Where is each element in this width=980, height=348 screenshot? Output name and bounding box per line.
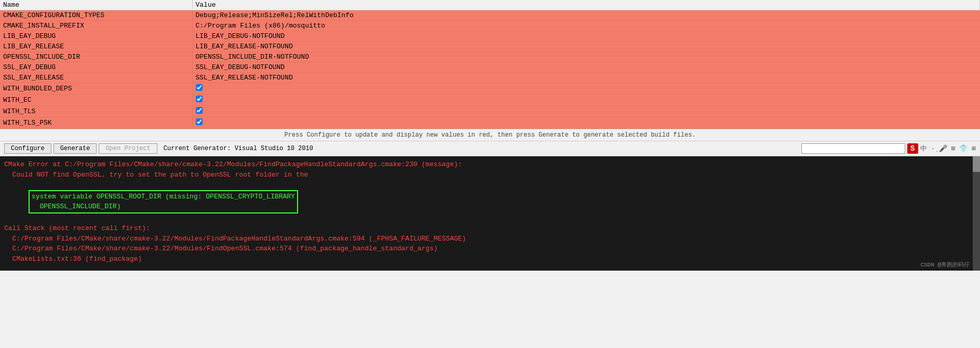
toolbar: Configure Generate Open Project Current …	[0, 141, 980, 156]
checkbox-WITH_TLS[interactable]	[196, 107, 203, 114]
open-project-button[interactable]: Open Project	[99, 143, 157, 154]
row-value-4: OPENSSL_INCLUDE_DIR-NOTFOUND	[192, 52, 980, 62]
output-line-5: C:/Program Files/CMake/share/cmake-3.22/…	[4, 234, 976, 244]
row-name-9: WITH_TLS	[0, 106, 192, 117]
status-bar: Press Configure to update and display ne…	[0, 129, 980, 141]
output-line-1: CMake Error at C:/Program Files/CMake/sh…	[4, 159, 976, 170]
output-line-4: Call Stack (most recent call first):	[4, 223, 976, 234]
table-row: SSL_EAY_RELEASESSL_EAY_RELEASE-NOTFOUND	[0, 73, 980, 83]
output-line-6: C:/Program Files/CMake/share/cmake-3.22/…	[4, 244, 976, 254]
output-line-7: CMakeLists.txt:36 (find_package)	[4, 254, 976, 264]
generate-button[interactable]: Generate	[53, 143, 97, 154]
sogou-logo: S	[907, 143, 918, 154]
row-value-5: SSL_EAY_DEBUG-NOTFOUND	[192, 62, 980, 73]
col-header-value: Value	[192, 0, 980, 10]
row-value-6: SSL_EAY_RELEASE-NOTFOUND	[192, 73, 980, 83]
configure-button[interactable]: Configure	[4, 143, 51, 154]
table-row: CMAKE_CONFIGURATION_TYPESDebug;Release;M…	[0, 10, 980, 21]
checkbox-WITH_TLS_PSK[interactable]	[196, 118, 203, 125]
output-line-3: system variable OPENSSL_ROOT_DIR (missin…	[4, 180, 976, 223]
row-value-9[interactable]	[192, 106, 980, 117]
row-name-5: SSL_EAY_DEBUG	[0, 62, 192, 73]
table-row: WITH_TLS_PSK	[0, 117, 980, 129]
row-value-8[interactable]	[192, 95, 980, 106]
green-box: system variable OPENSSL_ROOT_DIR (missin…	[29, 190, 298, 213]
checkbox-WITH_BUNDLED_DEPS[interactable]	[196, 84, 203, 91]
table-row: WITH_TLS	[0, 106, 980, 117]
table-row: LIB_EAY_RELEASELIB_EAY_RELEASE-NOTFOUND	[0, 42, 980, 52]
table-row: WITH_EC	[0, 95, 980, 106]
row-name-6: SSL_EAY_RELEASE	[0, 73, 192, 83]
row-name-7: WITH_BUNDLED_DEPS	[0, 83, 192, 95]
output-line-2: Could NOT find OpenSSL, try to set the p…	[4, 170, 976, 180]
row-name-4: OPENSSL_INCLUDE_DIR	[0, 52, 192, 62]
table-row: SSL_EAY_DEBUGSSL_EAY_DEBUG-NOTFOUND	[0, 62, 980, 73]
table-row: LIB_EAY_DEBUGLIB_EAY_DEBUG-NOTFOUND	[0, 31, 980, 42]
row-name-10: WITH_TLS_PSK	[0, 117, 192, 129]
row-name-3: LIB_EAY_RELEASE	[0, 42, 192, 52]
row-value-7[interactable]	[192, 83, 980, 95]
row-value-2: LIB_EAY_DEBUG-NOTFOUND	[192, 31, 980, 42]
row-name-1: CMAKE_INSTALL_PREFIX	[0, 21, 192, 31]
scrollbar-thumb[interactable]	[973, 156, 980, 172]
scrollbar[interactable]	[973, 156, 980, 271]
status-text: Press Configure to update and display ne…	[284, 131, 695, 139]
search-input[interactable]	[801, 143, 905, 154]
row-value-10[interactable]	[192, 117, 980, 129]
row-value-0: Debug;Release;MinSizeRel;RelWithDebInfo	[192, 10, 980, 21]
row-name-2: LIB_EAY_DEBUG	[0, 31, 192, 42]
row-name-8: WITH_EC	[0, 95, 192, 106]
table-row: CMAKE_INSTALL_PREFIXC:/Program Files (x8…	[0, 21, 980, 31]
csdn-watermark: CSDN @奔跑的码仔	[920, 261, 970, 269]
table-row: OPENSSL_INCLUDE_DIROPENSSL_INCLUDE_DIR-N…	[0, 52, 980, 62]
row-value-1: C:/Program Files (x86)/mosquitto	[192, 21, 980, 31]
checkbox-WITH_EC[interactable]	[196, 96, 203, 102]
toolbar-right: S 中 ·̣ 🎤 ⊞ 👕 ⊞	[801, 143, 976, 154]
col-header-name: Name	[0, 0, 192, 10]
table-row: WITH_BUNDLED_DEPS	[0, 83, 980, 95]
row-name-0: CMAKE_CONFIGURATION_TYPES	[0, 10, 192, 21]
toolbar-icons: 中 ·̣ 🎤 ⊞ 👕 ⊞	[920, 144, 976, 153]
row-value-3: LIB_EAY_RELEASE-NOTFOUND	[192, 42, 980, 52]
generator-label: Current Generator: Visual Studio 10 2010	[164, 145, 313, 152]
cmake-config-table: Name Value CMAKE_CONFIGURATION_TYPESDebu…	[0, 0, 980, 129]
output-panel: CMake Error at C:/Program Files/CMake/sh…	[0, 156, 980, 271]
